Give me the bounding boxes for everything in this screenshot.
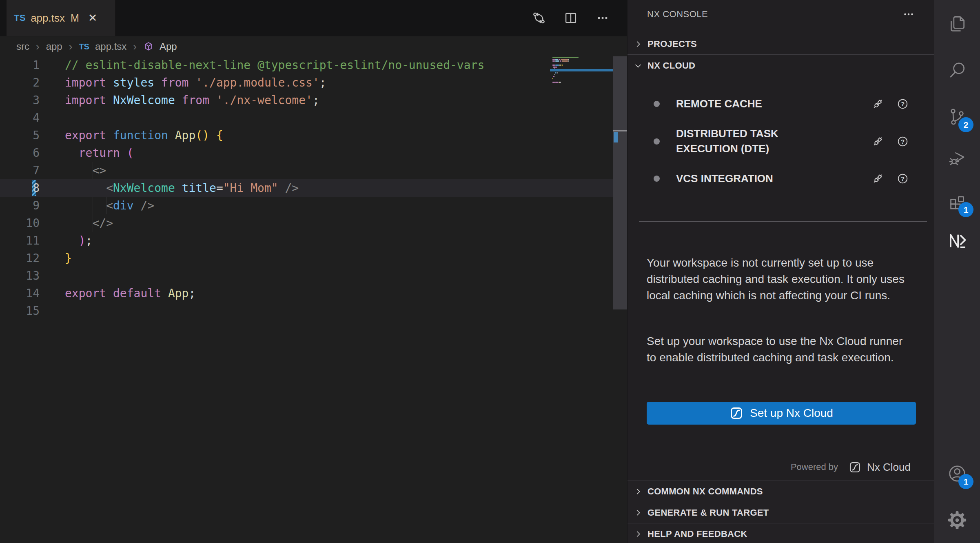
line-number: 9 [0,197,40,214]
code-editor[interactable]: 1// eslint-disable-next-line @typescript… [0,56,627,543]
panel-bottom-sections: COMMON NX COMMANDS GENERATE & RUN TARGET… [627,481,934,543]
nx-cloud-brand-label: Nx Cloud [867,461,911,474]
svg-text:?: ? [901,101,905,107]
symbol-cube-icon [143,41,154,52]
overview-cursor-marker [613,130,627,131]
settings-gear-icon[interactable] [945,508,969,532]
source-control-badge: 2 [958,117,973,132]
section-projects[interactable]: PROJECTS [627,34,934,54]
code-line[interactable]: 2import styles from './app.module.css'; [0,74,627,91]
split-editor-icon[interactable] [563,10,579,26]
code-text: return ( [65,144,134,162]
breadcrumb-folder[interactable]: app [46,41,62,52]
code-text: export default App; [65,285,195,302]
minimap[interactable] [550,56,614,91]
code-text: </> [65,214,113,232]
minimap-modified-line-marker [550,69,619,71]
line-number: 4 [0,109,40,127]
code-line[interactable]: 3import NxWelcome from './nx-welcome'; [0,91,627,109]
close-icon[interactable]: ✕ [88,13,98,24]
section-label: PROJECTS [647,39,697,49]
line-number: 8 [0,179,40,197]
line-number: 11 [0,232,40,249]
vscode-window: TS app.tsx M ✕ [0,0,980,543]
code-line[interactable]: 12} [0,249,627,267]
typescript-icon: TS [79,42,89,51]
extensions-icon[interactable]: 1 [945,189,969,214]
open-changes-icon[interactable] [531,10,547,26]
cloud-item-label: DISTRIBUTED TASK EXECUTION (DTE) [676,126,811,156]
code-line[interactable]: 7 <> [0,162,627,179]
section-help-and-feedback[interactable]: HELP AND FEEDBACK [627,523,934,543]
editor-toolbar [531,0,611,36]
code-line[interactable]: 9 <div /> [0,197,627,214]
setup-nx-cloud-button[interactable]: Set up Nx Cloud [647,402,916,425]
source-control-icon[interactable]: 2 [945,105,969,129]
line-number: 3 [0,91,40,109]
breadcrumb-symbol[interactable]: App [160,41,177,52]
setup-instruction-text: Set up your workspace to use the Nx Clou… [647,333,908,366]
svg-text:?: ? [901,176,905,182]
connect-icon[interactable] [871,98,884,110]
section-nx-cloud[interactable]: NX CLOUD [627,55,934,77]
cloud-item-remote-cache[interactable]: REMOTE CACHE [627,96,934,111]
tab-app-tsx[interactable]: TS app.tsx M ✕ [7,0,116,36]
section-label: HELP AND FEEDBACK [647,529,747,539]
code-text: <NxWelcome title="Hi Mom" /> [65,179,299,197]
powered-by: Powered by Nx Cloud [791,456,911,478]
chevron-right-icon [634,487,643,496]
more-actions-icon[interactable] [594,10,611,26]
code-line[interactable]: 5export function App() { [0,127,627,144]
code-text: import NxWelcome from './nx-welcome'; [65,91,319,109]
help-icon[interactable]: ? [896,98,909,110]
nx-cloud-icon [729,406,743,420]
cloud-item-vcs-integration[interactable]: VCS INTEGRATION [627,171,934,186]
cloud-item-label: VCS INTEGRATION [676,171,773,186]
code-line[interactable]: 11 ); [0,232,627,249]
code-line[interactable]: 1// eslint-disable-next-line @typescript… [0,56,627,74]
breadcrumb-folder[interactable]: src [16,41,29,52]
editor-scrollbar[interactable] [613,0,627,543]
code-text: export function App() { [65,127,223,144]
connect-icon[interactable] [871,172,884,185]
code-line[interactable]: 14export default App; [0,285,627,302]
bullet-icon [654,176,660,182]
run-debug-icon[interactable] [945,145,969,170]
connect-icon[interactable] [871,135,884,148]
overview-modified-marker [614,132,618,142]
line-number: 15 [0,302,40,320]
nx-console-icon[interactable] [945,229,969,253]
line-number: 2 [0,74,40,91]
search-icon[interactable] [945,58,969,82]
chevron-down-icon [634,61,643,70]
workspace-status-text: Your workspace is not currently set up t… [647,255,908,304]
code-line[interactable]: 6 return ( [0,144,627,162]
setup-button-label: Set up Nx Cloud [750,407,833,420]
code-text: // eslint-disable-next-line @typescript-… [65,56,484,74]
panel-title: NX CONSOLE [647,9,708,20]
cloud-item-dte[interactable]: DISTRIBUTED TASK EXECUTION (DTE) [627,126,934,156]
help-icon[interactable]: ? [896,135,909,148]
chevron-right-icon [634,530,643,539]
breadcrumb-file[interactable]: app.tsx [95,41,126,52]
tab-bar: TS app.tsx M ✕ [0,0,627,36]
more-actions-icon[interactable] [902,7,916,21]
bullet-icon [654,101,660,107]
explorer-icon[interactable] [945,11,969,36]
section-common-nx-commands[interactable]: COMMON NX COMMANDS [627,481,934,502]
code-text: ); [65,232,92,249]
line-number: 5 [0,127,40,144]
code-line[interactable]: 8 <NxWelcome title="Hi Mom" /> [0,179,627,197]
code-line[interactable]: 13 [0,267,627,285]
code-line[interactable]: 10 </> [0,214,627,232]
line-number: 10 [0,214,40,232]
account-icon[interactable]: 1 [945,461,969,486]
section-label: COMMON NX COMMANDS [647,486,763,497]
section-generate-run-target[interactable]: GENERATE & RUN TARGET [627,502,934,523]
chevron-right-icon: › [35,40,40,53]
scrollbar-thumb[interactable] [613,56,627,309]
section-label: GENERATE & RUN TARGET [647,507,769,518]
help-icon[interactable]: ? [896,172,909,185]
code-line[interactable]: 4 [0,109,627,127]
code-line[interactable]: 15 [0,302,627,320]
